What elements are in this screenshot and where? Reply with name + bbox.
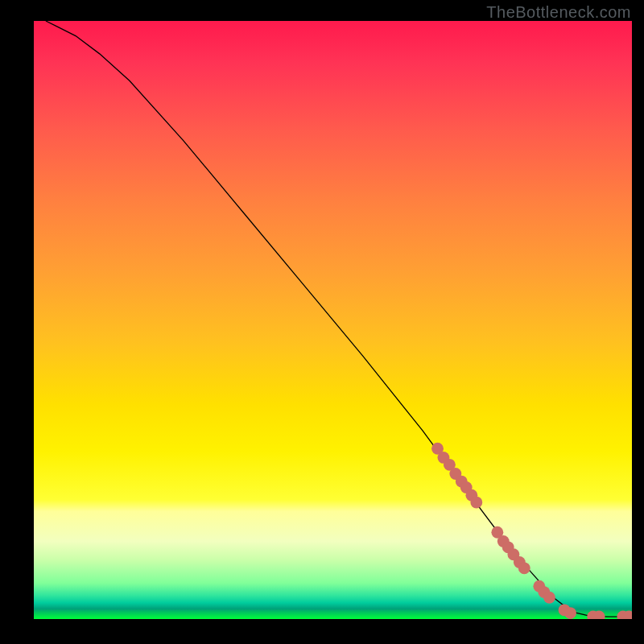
data-dot	[456, 476, 468, 488]
data-dot	[518, 562, 530, 574]
data-dot	[507, 548, 519, 560]
data-dot	[514, 556, 526, 568]
data-dot	[449, 468, 461, 480]
curve-line	[46, 21, 632, 617]
plot-area	[34, 21, 632, 619]
data-dot	[444, 459, 456, 471]
data-dot	[617, 611, 629, 619]
data-dot	[438, 452, 450, 464]
data-dot	[460, 481, 473, 493]
data-dot	[502, 541, 514, 553]
data-dot	[564, 607, 576, 619]
chart-frame: TheBottleneck.com	[0, 0, 644, 644]
scatter-dots	[431, 443, 632, 619]
watermark-text: TheBottleneck.com	[486, 3, 631, 22]
data-dot	[543, 592, 555, 604]
data-dot	[593, 611, 605, 619]
data-dot	[623, 611, 632, 619]
data-dot	[470, 497, 482, 509]
data-dot	[431, 443, 444, 455]
chart-svg	[34, 21, 632, 619]
data-dot	[538, 586, 550, 598]
data-dot	[465, 489, 477, 502]
data-dot	[559, 604, 571, 616]
data-dot	[587, 611, 599, 619]
data-dot	[491, 526, 503, 539]
data-dot	[497, 535, 510, 547]
data-dot	[533, 580, 545, 592]
